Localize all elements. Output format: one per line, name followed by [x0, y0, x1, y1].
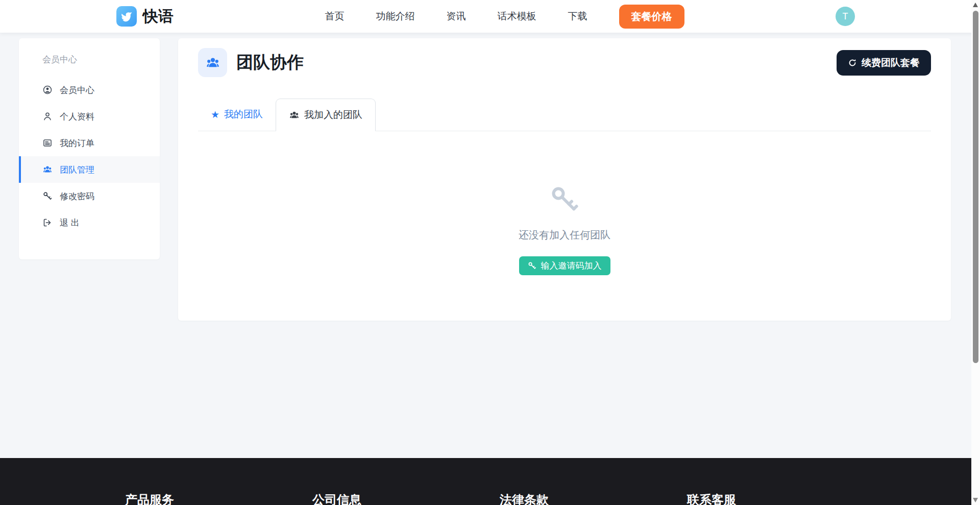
- tab-label: 我加入的团队: [304, 108, 362, 122]
- users-icon: [42, 164, 53, 175]
- key-icon: [42, 191, 53, 201]
- sidebar-item-label: 我的订单: [60, 137, 94, 149]
- team-collaboration-card: 团队协作 续费团队套餐 ★ 我的团队 我加入的团队: [178, 38, 951, 321]
- renew-button-label: 续费团队套餐: [862, 56, 920, 69]
- footer-columns: 产品服务 公司信息 法律条款 联系客服: [0, 458, 980, 505]
- sidebar: 会员中心 会员中心 个人资料: [19, 38, 160, 259]
- sidebar-item-label: 退 出: [60, 217, 80, 229]
- footer-col-company: 公司信息: [312, 492, 500, 505]
- join-button-label: 输入邀请码加入: [541, 260, 602, 272]
- nav-link-home[interactable]: 首页: [325, 10, 345, 23]
- footer-col-legal: 法律条款: [500, 492, 687, 505]
- nav-link-script-templates[interactable]: 话术模板: [498, 10, 536, 23]
- nav-menu: 首页 功能介绍 资讯 话术模板 下载 套餐价格: [325, 5, 684, 29]
- renew-team-plan-button[interactable]: 续费团队套餐: [837, 50, 931, 76]
- sidebar-item-label: 修改密码: [60, 190, 94, 202]
- sidebar-item-member-center[interactable]: 会员中心: [19, 77, 160, 103]
- sidebar-item-profile[interactable]: 个人资料: [19, 103, 160, 130]
- sidebar-list: 会员中心 个人资料 我的订单: [19, 77, 160, 236]
- sidebar-item-label: 会员中心: [60, 84, 94, 96]
- footer: 产品服务 公司信息 法律条款 联系客服: [0, 458, 980, 505]
- pricing-button[interactable]: 套餐价格: [619, 5, 684, 29]
- swallow-logo-icon: [116, 6, 137, 27]
- page: 快语 首页 功能介绍 资讯 话术模板 下载 套餐价格 T 会员中心: [0, 0, 980, 505]
- nav-link-news[interactable]: 资讯: [447, 10, 466, 23]
- brand-name: 快语: [143, 6, 174, 27]
- sidebar-item-label: 团队管理: [60, 164, 94, 176]
- card-header: 团队协作 续费团队套餐: [198, 38, 931, 77]
- scroll-down-arrow-icon[interactable]: [973, 498, 978, 502]
- sign-out-icon: [42, 218, 53, 228]
- users-icon: [289, 110, 300, 121]
- scrollbar-thumb[interactable]: [973, 11, 978, 363]
- empty-message: 还没有加入任何团队: [198, 228, 931, 242]
- nav-link-download[interactable]: 下载: [568, 10, 587, 23]
- sidebar-item-orders[interactable]: 我的订单: [19, 130, 160, 156]
- key-icon: [198, 184, 931, 217]
- star-icon: ★: [211, 110, 219, 119]
- person-icon: [42, 111, 53, 122]
- sidebar-header: 会员中心: [19, 45, 160, 77]
- page-title: 团队协作: [236, 51, 304, 74]
- tab-label: 我的团队: [224, 108, 263, 121]
- sidebar-item-label: 个人资料: [60, 111, 94, 123]
- navbar-inner: 快语 首页 功能介绍 资讯 话术模板 下载 套餐价格 T: [116, 0, 855, 33]
- sidebar-item-logout[interactable]: 退 出: [19, 209, 160, 236]
- sidebar-item-change-password[interactable]: 修改密码: [19, 183, 160, 209]
- user-circle-icon: [42, 85, 53, 95]
- scroll-up-arrow-icon[interactable]: [973, 3, 978, 7]
- orders-icon: [42, 138, 53, 148]
- brand[interactable]: 快语: [116, 6, 174, 27]
- footer-col-support: 联系客服: [687, 492, 874, 505]
- team-users-icon: [198, 48, 227, 77]
- user-avatar[interactable]: T: [836, 7, 855, 26]
- key-icon: [528, 261, 536, 270]
- enter-invite-code-button[interactable]: 输入邀请码加入: [519, 256, 610, 275]
- top-navbar: 快语 首页 功能介绍 资讯 话术模板 下载 套餐价格 T: [0, 0, 980, 33]
- sidebar-item-team-management[interactable]: 团队管理: [19, 156, 160, 183]
- tab-my-teams[interactable]: ★ 我的团队: [198, 98, 276, 131]
- refresh-icon: [848, 58, 857, 67]
- scrollbar[interactable]: [971, 0, 980, 505]
- content-area: 会员中心 会员中心 个人资料: [19, 38, 951, 321]
- tabs-bar: ★ 我的团队 我加入的团队: [198, 98, 931, 131]
- empty-state: 还没有加入任何团队 输入邀请码加入: [198, 131, 931, 320]
- tab-joined-teams[interactable]: 我加入的团队: [276, 99, 376, 131]
- nav-link-features[interactable]: 功能介绍: [376, 10, 415, 23]
- footer-col-products: 产品服务: [125, 492, 312, 505]
